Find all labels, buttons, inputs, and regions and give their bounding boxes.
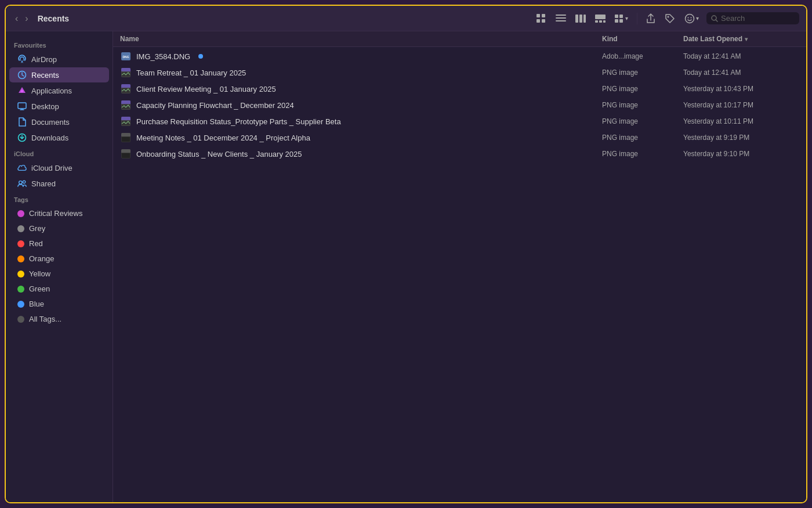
- table-row[interactable]: Team Retreat _ 01 January 2025PNG imageT…: [113, 64, 806, 81]
- sidebar-item-downloads[interactable]: Downloads: [9, 130, 109, 145]
- svg-point-31: [23, 181, 25, 183]
- svg-point-20: [688, 17, 689, 18]
- search-box[interactable]: [706, 12, 799, 24]
- sidebar-item-grey[interactable]: Grey: [9, 221, 109, 236]
- search-input[interactable]: [721, 14, 791, 23]
- sidebar-label-airdrop: AirDrop: [31, 55, 57, 64]
- file-date: Yesterday at 9:19 PM: [683, 134, 799, 142]
- red-dot: [17, 240, 24, 247]
- file-content: Name Kind Date Last Opened ▾ DNG IMG_358…: [113, 31, 806, 502]
- svg-rect-4: [556, 15, 566, 16]
- file-name: Onboarding Status _ New Clients _ Januar…: [136, 150, 302, 158]
- sidebar-item-recents[interactable]: Recents: [9, 67, 109, 82]
- group-button[interactable]: ▾: [612, 13, 631, 24]
- table-row[interactable]: Meeting Notes _ 01 December 2024 _ Proje…: [113, 129, 806, 146]
- sidebar-label-orange: Orange: [29, 254, 54, 263]
- file-kind: PNG image: [602, 117, 683, 125]
- file-icon: [120, 116, 132, 127]
- svg-rect-10: [595, 15, 606, 19]
- sidebar: Favourites AirDrop: [6, 31, 113, 502]
- table-row[interactable]: Onboarding Status _ New Clients _ Januar…: [113, 146, 806, 162]
- sidebar-item-icloud-drive[interactable]: iCloud Drive: [9, 160, 109, 175]
- svg-point-30: [19, 181, 22, 184]
- file-kind: PNG image: [602, 134, 683, 142]
- sidebar-label-red: Red: [29, 239, 43, 248]
- sidebar-item-orange[interactable]: Orange: [9, 251, 109, 266]
- file-kind: PNG image: [602, 69, 683, 77]
- forward-button[interactable]: ›: [23, 12, 30, 25]
- list-view-button[interactable]: [553, 13, 569, 24]
- sidebar-item-blue[interactable]: Blue: [9, 297, 109, 311]
- svg-rect-0: [536, 14, 540, 17]
- table-row[interactable]: Client Review Meeting _ 01 January 2025P…: [113, 81, 806, 97]
- svg-rect-40: [121, 86, 130, 88]
- svg-rect-11: [595, 20, 598, 23]
- table-row[interactable]: DNG IMG_3584.DNGAdob...imageToday at 12:…: [113, 48, 806, 64]
- svg-rect-17: [619, 19, 623, 23]
- file-icon: [120, 99, 132, 111]
- tags-section: Tags Critical Reviews Grey Red Orange: [6, 192, 113, 326]
- file-date: Today at 12:41 AM: [683, 69, 799, 77]
- svg-point-19: [686, 14, 694, 23]
- svg-rect-44: [121, 102, 130, 104]
- col-name-header[interactable]: Name: [120, 35, 602, 43]
- green-dot: [17, 286, 24, 293]
- icon-view-button[interactable]: [533, 12, 549, 26]
- sidebar-item-critical-reviews[interactable]: Critical Reviews: [9, 206, 109, 221]
- file-icon: [120, 67, 132, 78]
- sidebar-item-green[interactable]: Green: [9, 282, 109, 296]
- all-tags-dot: [17, 316, 24, 323]
- tag-icon: [665, 13, 675, 24]
- downloads-icon: [17, 133, 27, 142]
- back-button[interactable]: ‹: [13, 12, 20, 25]
- svg-line-23: [716, 20, 717, 21]
- sidebar-label-critical-reviews: Critical Reviews: [29, 209, 82, 218]
- svg-point-21: [691, 17, 692, 18]
- share-icon: [646, 13, 655, 24]
- file-date: Yesterday at 9:10 PM: [683, 150, 799, 158]
- column-view-button[interactable]: [572, 13, 589, 24]
- sidebar-item-applications[interactable]: Applications: [9, 83, 109, 98]
- sidebar-item-all-tags[interactable]: All Tags...: [9, 312, 109, 326]
- file-icon: DNG: [120, 51, 132, 62]
- svg-rect-53: [122, 137, 130, 142]
- sidebar-item-airdrop[interactable]: AirDrop: [9, 52, 109, 67]
- sidebar-item-documents[interactable]: Documents: [9, 114, 109, 129]
- toolbar-divider: [637, 13, 637, 24]
- col-kind-header[interactable]: Kind: [602, 35, 683, 43]
- sidebar-label-blue: Blue: [29, 300, 44, 308]
- svg-rect-56: [121, 151, 130, 153]
- svg-text:DNG: DNG: [122, 55, 129, 59]
- table-row[interactable]: Purchase Requisition Status_Prototype Pa…: [113, 113, 806, 129]
- sidebar-item-red[interactable]: Red: [9, 236, 109, 251]
- col-date-header[interactable]: Date Last Opened ▾: [683, 35, 799, 43]
- svg-rect-14: [615, 15, 618, 18]
- applications-icon: [17, 86, 27, 95]
- svg-rect-26: [18, 103, 26, 109]
- critical-reviews-dot: [17, 210, 24, 217]
- favourites-label: Favourites: [6, 37, 113, 51]
- gallery-view-button[interactable]: [592, 13, 608, 24]
- tag-button[interactable]: [662, 12, 678, 26]
- sidebar-item-desktop[interactable]: Desktop: [9, 99, 109, 114]
- grid-view-icon: [536, 13, 546, 24]
- more-button[interactable]: ▾: [682, 12, 702, 26]
- search-icon: [711, 15, 718, 22]
- sidebar-label-desktop: Desktop: [31, 102, 59, 111]
- sidebar-item-yellow[interactable]: Yellow: [9, 266, 109, 281]
- svg-rect-13: [603, 20, 606, 23]
- svg-rect-6: [556, 20, 566, 21]
- file-kind: PNG image: [602, 150, 683, 158]
- dropdown-arrow-icon: ▾: [625, 15, 628, 21]
- share-button[interactable]: [643, 12, 658, 26]
- svg-rect-52: [121, 135, 130, 136]
- table-row[interactable]: Capacity Planning Flowchart _ December 2…: [113, 97, 806, 113]
- svg-rect-1: [542, 14, 545, 17]
- recents-icon: [17, 70, 27, 80]
- sidebar-item-shared[interactable]: Shared: [9, 176, 109, 191]
- file-kind: Adob...image: [602, 52, 683, 60]
- nav-buttons: ‹ ›: [13, 12, 31, 25]
- unread-dot: [198, 54, 203, 59]
- main-area: Favourites AirDrop: [6, 31, 806, 502]
- tags-label: Tags: [6, 192, 113, 206]
